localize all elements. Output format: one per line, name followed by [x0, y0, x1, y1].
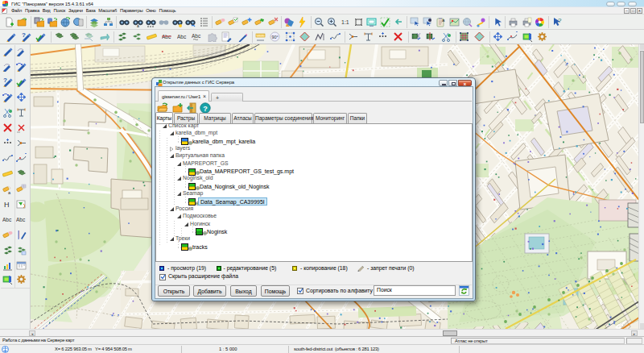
svg-text:Abc: Abc: [177, 34, 187, 39]
svg-text:Abc: Abc: [192, 33, 201, 39]
svg-text:90°: 90°: [272, 35, 279, 39]
svg-text:?: ?: [3, 77, 7, 84]
svg-text:?: ?: [203, 104, 208, 112]
svg-text:a: a: [137, 23, 139, 27]
svg-text:a: a: [8, 190, 11, 194]
svg-text:1:1: 1:1: [341, 19, 349, 25]
svg-text:Abc: Abc: [16, 217, 26, 222]
svg-text:?: ?: [558, 17, 562, 24]
svg-text:H: H: [4, 201, 10, 209]
svg-text:a: a: [442, 18, 445, 23]
svg-text:?: ?: [22, 31, 26, 39]
svg-text:Abc: Abc: [162, 34, 171, 39]
svg-text:Abc: Abc: [2, 217, 12, 222]
